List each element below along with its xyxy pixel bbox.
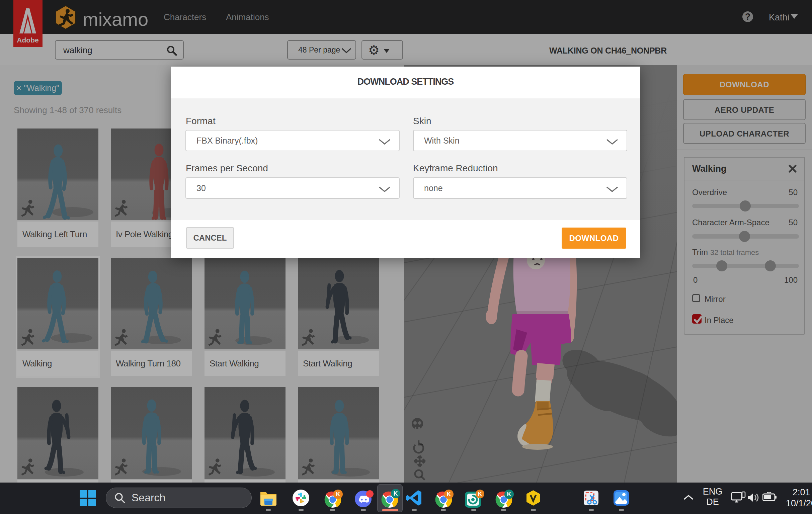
svg-text:K: K [336,491,340,497]
svg-text:K: K [507,491,512,497]
svg-text:K: K [447,491,451,497]
svg-text:K: K [394,490,398,497]
svg-text:K: K [478,491,482,497]
